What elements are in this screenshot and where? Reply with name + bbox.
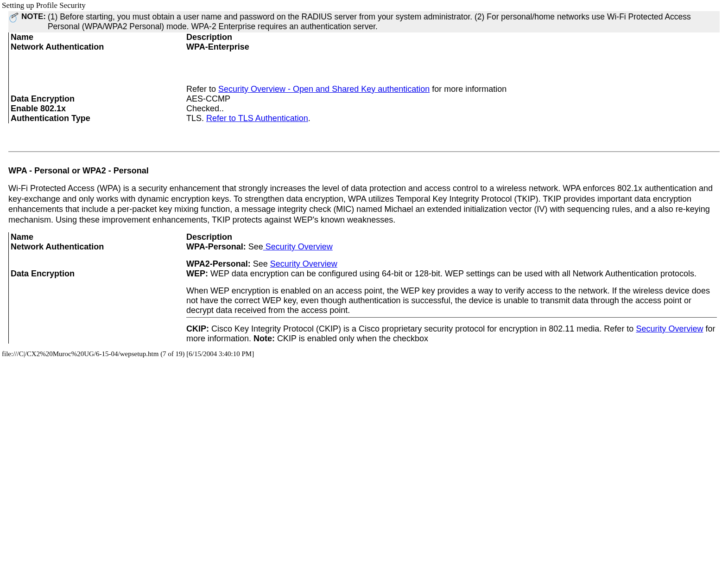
table2-header-name: Name — [9, 232, 187, 242]
paragraph-wpa-description: Wi-Fi Protected Access (WPA) is a securi… — [8, 183, 720, 225]
footer-file-path: file:///C|/CX2%20Muroc%20UG/6-15-04/weps… — [0, 349, 728, 359]
inner-divider — [186, 317, 717, 318]
note-pencil-icon — [9, 12, 20, 23]
label-network-authentication-2: Network Authentication — [9, 242, 187, 269]
wpa-personal-line: WPA-Personal: See Security Overview — [186, 242, 716, 252]
settings-table-personal: Name Description Network Authentication … — [8, 232, 720, 344]
page-title: Setting up Profile Security — [0, 0, 728, 11]
table-header-name: Name — [9, 32, 187, 42]
link-security-overview-1[interactable]: Security Overview — [263, 242, 333, 251]
link-security-overview-2[interactable]: Security Overview — [270, 259, 337, 268]
link-security-overview-open-shared[interactable]: Security Overview - Open and Shared Key … — [218, 84, 430, 94]
value-network-authentication: WPA-Enterprise — [186, 42, 716, 52]
netauth-reference: Refer to Security Overview - Open and Sh… — [186, 84, 716, 94]
label-data-encryption-2: Data Encryption — [9, 269, 187, 344]
label-enable-8021x: Enable 802.1x — [9, 104, 187, 114]
note-box: NOTE: (1) Before starting, you must obta… — [8, 11, 720, 32]
table-header-description: Description — [186, 32, 720, 42]
note-text: (1) Before starting, you must obtain a u… — [46, 11, 720, 32]
wep-block: WEP: WEP data encryption can be configur… — [186, 269, 717, 279]
label-data-encryption: Data Encryption — [9, 94, 187, 104]
wpa2-personal-line: WPA2-Personal: See Security Overview — [186, 259, 716, 269]
table2-header-description: Description — [186, 232, 720, 242]
value-enable-8021x: Checked.. — [186, 104, 720, 114]
settings-table-enterprise: Name Description Network Authentication … — [8, 32, 720, 123]
heading-wpa-personal: WPA - Personal or WPA2 - Personal — [8, 166, 720, 176]
value-authentication-type: TLS. Refer to TLS Authentication. — [186, 114, 720, 123]
link-tls-authentication[interactable]: Refer to TLS Authentication — [206, 114, 308, 123]
label-network-authentication: Network Authentication — [9, 42, 187, 94]
ckip-block: CKIP: Cisco Key Integrity Protocol (CKIP… — [186, 324, 717, 344]
note-label: NOTE: — [21, 11, 46, 22]
label-authentication-type: Authentication Type — [9, 114, 187, 123]
value-data-encryption: AES-CCMP — [186, 94, 720, 104]
link-security-overview-3[interactable]: Security Overview — [636, 324, 703, 333]
wep-paragraph-2: When WEP encryption is enabled on an acc… — [186, 286, 717, 315]
section-divider — [8, 151, 720, 152]
